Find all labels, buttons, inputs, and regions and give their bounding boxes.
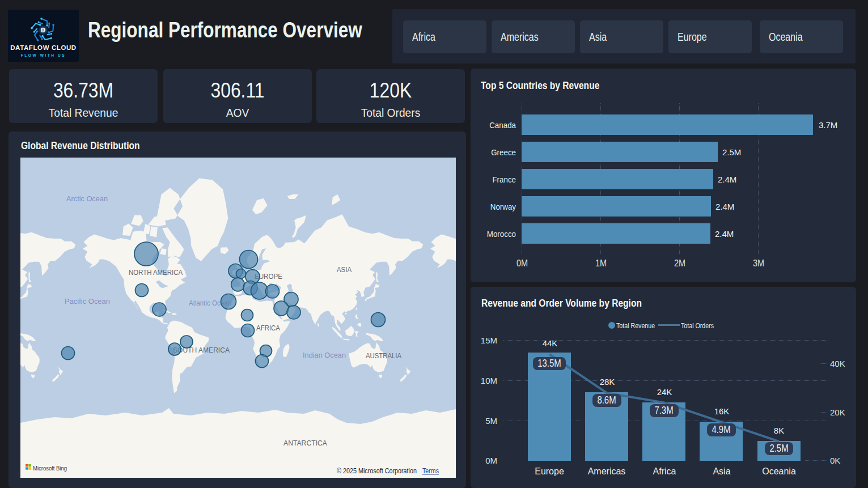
svg-text:SOUTH AMERICA: SOUTH AMERICA [173,346,230,354]
svg-text:AUSTRALIA: AUSTRALIA [366,351,401,360]
svg-text:Arctic Ocean: Arctic Ocean [66,194,108,203]
svg-text:FLOW WITH US: FLOW WITH US [21,53,66,57]
svg-text:ASIA: ASIA [337,265,352,274]
svg-text:AFRICA: AFRICA [256,324,280,332]
svg-text:ANTARCTICA: ANTARCTICA [283,439,327,447]
svg-text:Terms: Terms [422,467,439,475]
svg-text:Indian Ocean: Indian Ocean [303,351,346,359]
svg-text:DATAFLOW CLOUD: DATAFLOW CLOUD [10,44,77,51]
svg-text:© 2025 Microsoft Corporation: © 2025 Microsoft Corporation [337,467,417,475]
svg-text:D: D [41,27,45,33]
svg-text:Pacific Ocean: Pacific Ocean [65,297,110,305]
svg-text:Microsoft Bing: Microsoft Bing [33,465,67,472]
svg-text:NORTH AMERICA: NORTH AMERICA [129,268,183,277]
